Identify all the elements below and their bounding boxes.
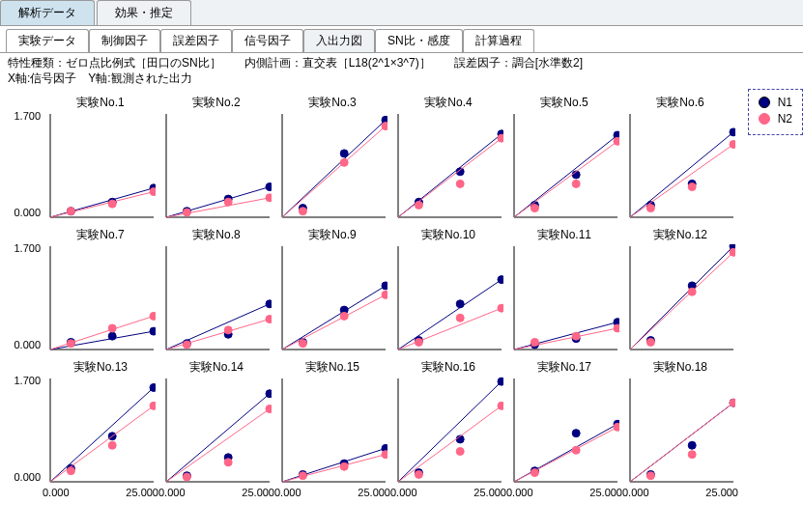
outer-tab-1[interactable]: 効果・推定 bbox=[97, 0, 191, 25]
inner-tab-6[interactable]: 計算過程 bbox=[463, 29, 534, 52]
svg-point-55 bbox=[150, 313, 156, 321]
chart-cell-17: 実験No.17 bbox=[506, 359, 622, 486]
chart-cell-18: 実験No.18 bbox=[622, 359, 738, 486]
svg-point-61 bbox=[183, 341, 190, 349]
y-max-label: 1.700 bbox=[14, 375, 41, 386]
chart-title-10: 実験No.10 bbox=[421, 227, 475, 243]
svg-point-46 bbox=[688, 183, 696, 191]
inner-tab-3[interactable]: 信号因子 bbox=[232, 29, 303, 52]
chart-svg-11 bbox=[510, 244, 619, 353]
svg-point-135 bbox=[614, 424, 619, 432]
legend: N1N2 bbox=[748, 89, 803, 135]
chart-svg-7 bbox=[46, 244, 156, 353]
svg-point-85 bbox=[531, 339, 538, 347]
chart-cell-15: 実験No.15 bbox=[274, 359, 390, 486]
svg-point-102 bbox=[108, 441, 116, 449]
x-max-label: 25.000 bbox=[589, 487, 622, 498]
chart-title-2: 実験No.2 bbox=[192, 95, 240, 111]
inner-tab-1[interactable]: 制御因子 bbox=[89, 29, 160, 52]
svg-point-141 bbox=[646, 472, 654, 480]
svg-point-63 bbox=[266, 316, 272, 323]
x-min-label: 0.000 bbox=[390, 487, 417, 498]
chart-svg-14 bbox=[162, 377, 272, 486]
svg-point-143 bbox=[730, 399, 735, 406]
svg-point-124 bbox=[498, 378, 503, 385]
chart-svg-3 bbox=[278, 112, 387, 221]
svg-point-14 bbox=[224, 198, 232, 206]
y-max-label: 1.700 bbox=[14, 242, 41, 254]
chart-title-4: 実験No.4 bbox=[424, 95, 472, 111]
x-min-label: 0.000 bbox=[506, 487, 533, 498]
chart-title-1: 実験No.1 bbox=[76, 95, 124, 111]
legend-item-N2: N2 bbox=[759, 112, 792, 126]
chart-svg-13 bbox=[46, 377, 156, 486]
chart-svg-1 bbox=[46, 112, 156, 221]
svg-point-31 bbox=[498, 134, 503, 142]
inner-tab-5[interactable]: SN比・感度 bbox=[375, 29, 463, 52]
svg-point-101 bbox=[67, 467, 74, 475]
x-min-label: 0.000 bbox=[158, 487, 186, 498]
chart-title-16: 実験No.16 bbox=[421, 359, 475, 376]
svg-point-108 bbox=[266, 390, 272, 398]
x-max-label: 25.000 bbox=[473, 487, 506, 498]
svg-point-76 bbox=[498, 276, 503, 284]
svg-point-68 bbox=[382, 282, 387, 290]
inner-tab-0[interactable]: 実験データ bbox=[6, 29, 89, 52]
chart-svg-15 bbox=[278, 377, 387, 486]
x-max-label: 25.000 bbox=[126, 487, 158, 498]
y-min-label: 0.000 bbox=[14, 339, 41, 350]
legend-item-N1: N1 bbox=[759, 96, 792, 109]
svg-point-15 bbox=[266, 194, 272, 202]
y-min-label: 0.000 bbox=[14, 207, 41, 218]
svg-point-23 bbox=[382, 123, 387, 130]
svg-point-44 bbox=[730, 128, 735, 136]
svg-point-78 bbox=[456, 314, 464, 322]
chart-title-14: 実験No.14 bbox=[189, 359, 244, 376]
chart-title-9: 実験No.9 bbox=[308, 227, 356, 243]
meta-line1: 特性種類：ゼロ点比例式［田口のSN比］ 内側計画：直交表［L18(2^1×3^7… bbox=[8, 56, 795, 71]
svg-point-126 bbox=[456, 448, 464, 456]
chart-cell-6: 実験No.6 bbox=[622, 95, 738, 221]
chart-cell-12: 実験No.12 bbox=[622, 227, 738, 353]
legend-swatch-N2 bbox=[759, 113, 770, 125]
chart-svg-16 bbox=[394, 377, 503, 486]
svg-point-75 bbox=[456, 300, 464, 308]
svg-point-109 bbox=[183, 473, 190, 481]
svg-point-21 bbox=[299, 208, 306, 215]
svg-point-39 bbox=[614, 138, 619, 146]
inner-tab-4[interactable]: 入出力図 bbox=[303, 29, 375, 52]
y-labels-row-0: 1.7000.000 bbox=[6, 95, 43, 220]
chart-cell-9: 実験No.9 bbox=[274, 227, 390, 353]
outer-tab-0[interactable]: 解析データ bbox=[0, 0, 95, 25]
svg-point-142 bbox=[688, 451, 696, 459]
legend-swatch-N1 bbox=[759, 97, 770, 108]
svg-point-53 bbox=[67, 340, 74, 348]
chart-cell-3: 実験No.3 bbox=[274, 95, 390, 221]
chart-svg-4 bbox=[394, 112, 503, 221]
chart-cell-2: 実験No.2 bbox=[158, 95, 274, 221]
x-labels-row: 0.00025.0000.00025.0000.00025.0000.00025… bbox=[43, 487, 797, 498]
x-max-label: 25.000 bbox=[242, 487, 274, 498]
svg-point-69 bbox=[299, 340, 306, 348]
meta-block: 特性種類：ゼロ点比例式［田口のSN比］ 内側計画：直交表［L18(2^1×3^7… bbox=[0, 53, 803, 89]
x-label-pair-1: 0.00025.000 bbox=[158, 487, 274, 498]
y-labels-row-2: 1.7000.000 bbox=[6, 359, 43, 485]
chart-svg-5 bbox=[510, 112, 619, 221]
meta-line2: X軸:信号因子 Y軸:観測された出力 bbox=[8, 71, 795, 87]
svg-point-52 bbox=[150, 327, 156, 335]
chart-title-11: 実験No.11 bbox=[537, 227, 591, 243]
y-min-label: 0.000 bbox=[14, 471, 41, 483]
chart-cell-4: 実験No.4 bbox=[390, 95, 506, 221]
svg-point-19 bbox=[340, 150, 348, 157]
x-label-pair-3: 0.00025.000 bbox=[390, 487, 506, 498]
svg-point-47 bbox=[730, 141, 735, 149]
svg-point-134 bbox=[572, 446, 580, 454]
svg-point-60 bbox=[266, 300, 272, 308]
inner-tab-2[interactable]: 誤差因子 bbox=[160, 29, 232, 52]
chart-title-18: 実験No.18 bbox=[653, 359, 707, 376]
chart-cell-16: 実験No.16 bbox=[390, 359, 506, 486]
chart-title-6: 実験No.6 bbox=[656, 95, 703, 111]
chart-cell-5: 実験No.5 bbox=[506, 95, 622, 221]
svg-point-103 bbox=[150, 403, 156, 410]
svg-point-110 bbox=[224, 459, 232, 466]
